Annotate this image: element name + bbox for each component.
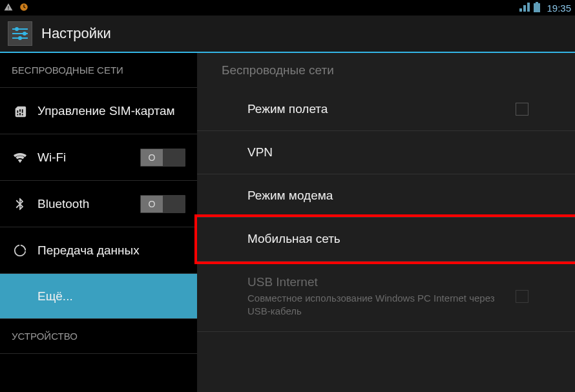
main-item-usb-internet: USB Internet Совместное использование Wi… [197,261,575,332]
main-item-airplane[interactable]: Режим полета [197,88,575,131]
main-item-vpn[interactable]: VPN [197,131,575,174]
sidebar-item-label: Bluetooth [37,197,140,211]
sim-icon [12,104,28,118]
status-bar: 19:35 [0,0,575,15]
sidebar-item-wifi[interactable]: Wi-Fi O [0,134,197,181]
sidebar-item-label: Wi-Fi [37,150,140,165]
signal-icon [519,3,530,14]
app-header: Настройки [0,15,575,53]
wifi-toggle[interactable]: O [140,149,185,167]
sidebar-item-data[interactable]: Передача данных [0,227,197,274]
sidebar-item-sim[interactable]: Управление SIM-картам [0,88,197,134]
usb-checkbox [516,290,528,303]
bluetooth-toggle[interactable]: O [140,195,185,213]
sidebar-item-label: Передача данных [37,243,185,258]
page-title: Настройки [41,25,111,42]
main-item-tether[interactable]: Режим модема [197,174,575,218]
main-item-label: Мобильная сеть [247,232,340,246]
settings-icon [8,21,32,46]
main-item-label: Режим модема [247,189,333,203]
settings-sidebar: БЕСПРОВОДНЫЕ СЕТИ Управление SIM-картам … [0,53,197,392]
sidebar-item-bluetooth[interactable]: Bluetooth O [0,181,197,227]
status-time: 19:35 [547,3,571,14]
section-header-wireless: БЕСПРОВОДНЫЕ СЕТИ [0,53,197,88]
main-item-label: VPN [247,145,273,160]
warning-icon [4,3,13,14]
sidebar-item-more[interactable]: Ещё... [0,274,197,319]
wifi-icon [12,150,28,165]
main-item-label: Режим полета [247,102,328,116]
bluetooth-icon [12,197,28,211]
airplane-checkbox[interactable] [516,103,528,116]
main-item-label: USB Internet [247,275,509,289]
main-panel: Беспроводные сети Режим полета VPN Режим… [197,53,575,392]
data-usage-icon [12,243,28,258]
section-header-device: УСТРОЙСТВО [0,319,197,354]
main-item-mobile-network[interactable]: Мобильная сеть [197,217,575,262]
battery-icon [534,2,540,14]
sidebar-item-label: Ещё... [37,289,185,304]
sidebar-item-label: Управление SIM-картам [37,104,185,118]
main-section-header: Беспроводные сети [197,53,575,88]
update-icon [19,3,28,14]
main-item-subtitle: Совместное использование Windows PC Inte… [247,292,509,317]
